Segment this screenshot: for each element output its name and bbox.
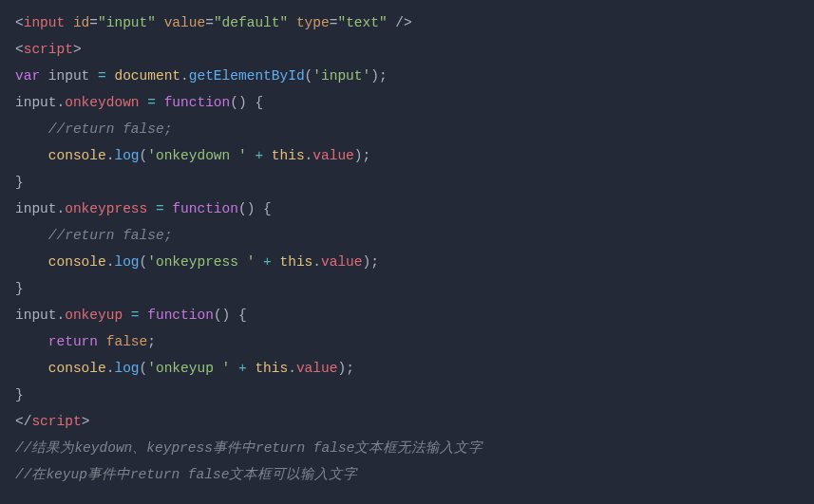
code-line: //return false; <box>15 121 172 137</box>
code-line: //结果为keydown、keypress事件中return false文本框无… <box>15 440 483 456</box>
code-line: } <box>15 175 24 190</box>
code-line: <input id="input" value="default" type="… <box>15 15 412 30</box>
code-line: console.log('onkeypress ' + this.value); <box>15 254 379 270</box>
code-line: } <box>15 387 24 402</box>
code-line: //在keyup事件中return false文本框可以输入文字 <box>15 467 357 482</box>
code-line: </script> <box>15 414 89 429</box>
code-line: <script> <box>15 42 82 57</box>
code-line: input.onkeyup = function() { <box>15 308 247 323</box>
code-line: console.log('onkeyup ' + this.value); <box>15 361 354 376</box>
code-line: console.log('onkeydown ' + this.value); <box>15 148 370 163</box>
code-block: <input id="input" value="default" type="… <box>15 9 799 488</box>
code-line: input.onkeydown = function() { <box>15 95 263 110</box>
code-line: } <box>15 281 24 296</box>
code-line: var input = document.getElementById('inp… <box>15 68 388 84</box>
code-line: //return false; <box>15 228 172 243</box>
code-line: return false; <box>15 334 156 349</box>
code-line: input.onkeypress = function() { <box>15 201 272 216</box>
